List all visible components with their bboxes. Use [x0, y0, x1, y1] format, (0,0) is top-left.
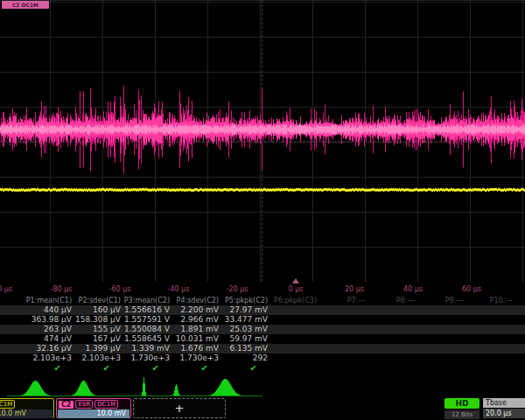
- status-check-icon: ✔: [208, 363, 257, 373]
- c2-channel-badge: C2: [59, 401, 74, 409]
- time-axis-label: -60 µs: [109, 285, 131, 293]
- param-header[interactable]: P1:mean(C1): [23, 296, 72, 305]
- measurement-value: 1.676 mV: [170, 344, 219, 354]
- param-header[interactable]: P4:sdev(C2): [170, 296, 219, 305]
- status-check-icon: ✔: [61, 363, 110, 373]
- measurement-value: 160 µV: [72, 305, 121, 315]
- param-header-unused[interactable]: P10:---: [464, 296, 513, 305]
- time-axis-label: 60 µs: [462, 285, 481, 293]
- param-header[interactable]: P2:sdev(C1): [72, 296, 121, 305]
- measure-status-row: ✔✔✔✔✔: [0, 363, 525, 374]
- measurement-table: P1:mean(C1)P2:sdev(C1)P3:mean(C2)P4:sdev…: [0, 296, 525, 374]
- measurement-value: 59.97 mV: [219, 334, 268, 344]
- measure-table-row: 2.103e+32.103e+31.730e+31.730e+3292: [0, 354, 525, 363]
- measure-table-row: 474 µV167 µV1.558645 V10.031 mV59.97 mV: [0, 334, 525, 344]
- c2-esr-badge: ESR: [75, 400, 93, 409]
- measurement-value: 155 µV: [72, 325, 121, 334]
- measurement-value: 25.03 mV: [219, 325, 268, 334]
- time-axis-label: 20 µs: [345, 285, 364, 293]
- measure-table-row: 263 µV155 µV1.550084 V1.891 mV25.03 mV: [0, 325, 525, 334]
- measurement-value: 1.556616 V: [121, 305, 170, 315]
- time-axis-label: 40 µs: [403, 285, 423, 293]
- measurement-value: 1.891 mV: [170, 325, 219, 334]
- measurement-value: 6.135 mV: [219, 344, 268, 354]
- time-axis: 00 µs-80 µs-60 µs-40 µs-20 µs0 µs20 µs40…: [0, 282, 525, 296]
- measurement-value: 2.103e+3: [23, 354, 72, 363]
- measurement-value: 1.557591 V: [121, 315, 170, 325]
- time-axis-label: -40 µs: [168, 285, 190, 293]
- waveform-canvas: [0, 0, 525, 282]
- param-header-unused[interactable]: P9:---: [415, 296, 464, 305]
- trigger-position-marker[interactable]: [292, 278, 299, 284]
- measure-table-row: 363.98 µV158.308 µV1.557591 V2.966 mV33.…: [0, 315, 525, 325]
- measurement-value: 363.98 µV: [23, 315, 72, 325]
- hd-bits-label: 12 Bits: [444, 410, 480, 419]
- status-check-icon: ✔: [159, 363, 208, 373]
- param-header[interactable]: P3:mean(C2): [121, 296, 170, 305]
- measurement-value: 474 µV: [23, 334, 72, 344]
- measure-table-row: 440 µV160 µV1.556616 V2.200 mV27.97 mV: [0, 305, 525, 315]
- param-header[interactable]: P5:pkpk(C2): [219, 296, 268, 305]
- measurement-value: 440 µV: [23, 305, 72, 315]
- measurement-value: 1.399 µV: [72, 344, 121, 354]
- measurement-value: 1.730e+3: [121, 354, 170, 363]
- measurement-value: 32.16 µV: [23, 344, 72, 354]
- time-axis-label: -80 µs: [51, 285, 73, 293]
- timebase-title: Tbase: [483, 398, 525, 408]
- measurement-value: 1.550084 V: [121, 325, 170, 334]
- param-header-unused[interactable]: P6:pkpk(C3): [268, 296, 317, 305]
- status-check-icon: ✔: [110, 363, 159, 373]
- param-header-unused[interactable]: P8:---: [366, 296, 415, 305]
- c2-coupling-badge: DC1M: [94, 400, 118, 409]
- time-axis-label: 0 µs: [289, 285, 304, 293]
- measurement-value: 2.200 mV: [170, 305, 219, 315]
- measurement-value: 10.031 mV: [170, 334, 219, 344]
- time-axis-label: 00 µs: [0, 285, 12, 293]
- time-axis-label: -20 µs: [227, 285, 248, 293]
- param-header-unused[interactable]: P7:---: [317, 296, 366, 305]
- measure-table-row: 32.16 µV1.399 µV1.339 mV1.676 mV6.135 mV: [0, 344, 525, 354]
- measurement-value: 2.103e+3: [72, 354, 121, 363]
- c1-scale-value: 10.0 mV: [0, 410, 52, 418]
- c2-trace-label-badge[interactable]: C2 DC1M: [2, 1, 49, 9]
- histicons-canvas: [0, 374, 525, 397]
- channel-c2-descriptor[interactable]: C2 ESR DC1M 10.0 mV: [56, 398, 131, 418]
- timebase-value: 20.0 µs: [483, 409, 525, 418]
- measurement-value: 167 µV: [72, 334, 121, 344]
- hd-mode-badge[interactable]: HD: [444, 398, 480, 409]
- status-check-icon: ✔: [12, 363, 61, 373]
- oscilloscope-screen: C2 DC1M 00 µs-80 µs-60 µs-40 µs-20 µs0 µ…: [0, 0, 525, 420]
- measurement-value: 2.966 mV: [170, 315, 219, 325]
- measure-table-header-row: P1:mean(C1)P2:sdev(C1)P3:mean(C2)P4:sdev…: [0, 296, 525, 305]
- add-trace-button[interactable]: +: [133, 398, 226, 418]
- measurement-value: 292: [219, 354, 268, 363]
- measurement-value: 1.730e+3: [170, 354, 219, 363]
- measurement-value: 1.558645 V: [121, 334, 170, 344]
- measurement-value: 27.97 mV: [219, 305, 268, 315]
- c1-coupling-badge: DC1M: [0, 400, 15, 409]
- measurement-value: 158.308 µV: [72, 315, 121, 325]
- timebase-descriptor[interactable]: Tbase 20.0 µs: [483, 398, 525, 418]
- descriptor-bar: C1 DC1M 10.0 mV C2 ESR DC1M 10.0 mV + HD…: [0, 397, 525, 420]
- measurement-value: 33.477 mV: [219, 315, 268, 325]
- c2-scale-value: 10.0 mV: [58, 410, 130, 418]
- measurement-value: 263 µV: [23, 325, 72, 334]
- waveform-grid: C2 DC1M: [0, 0, 525, 283]
- channel-c1-descriptor[interactable]: C1 DC1M 10.0 mV: [0, 398, 54, 418]
- measurement-value: 1.339 mV: [121, 344, 170, 354]
